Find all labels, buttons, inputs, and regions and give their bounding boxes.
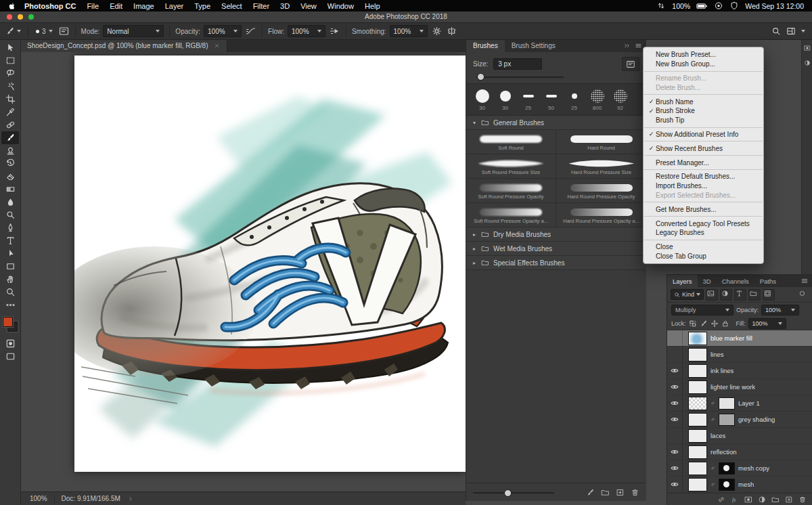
lock-position-icon[interactable] xyxy=(710,320,719,328)
recent-brush[interactable]: 30 xyxy=(472,88,493,111)
smoothing-options-gear-icon[interactable] xyxy=(431,26,443,37)
recent-brush[interactable]: 25 xyxy=(564,88,585,111)
brushes-panel-menu-icon[interactable] xyxy=(635,42,642,49)
menu-item-converted-legacy-tool-presets[interactable]: Converted Legacy Tool Presets xyxy=(644,219,763,228)
layer-name[interactable]: lines xyxy=(710,351,724,358)
layer-row-lines[interactable]: lines xyxy=(667,347,812,363)
delete-brush-button[interactable] xyxy=(631,488,639,497)
new-adjustment-layer-button[interactable] xyxy=(758,496,766,504)
menu-item-import-brushes[interactable]: Import Brushes... xyxy=(644,181,763,191)
layer-thumbnail[interactable] xyxy=(688,413,707,426)
menubar-item-layer[interactable]: Layer xyxy=(160,2,189,10)
layer-row-grey-shading[interactable]: grey shading xyxy=(667,412,812,428)
dodge-tool[interactable] xyxy=(1,208,19,221)
airbrush-icon[interactable] xyxy=(329,26,340,37)
layer-name[interactable]: laces xyxy=(710,432,725,439)
lock-transparency-icon[interactable] xyxy=(689,320,697,328)
brush-size-value[interactable]: 3 px xyxy=(493,58,542,70)
new-group-button[interactable] xyxy=(771,496,780,504)
healing-brush-tool[interactable] xyxy=(1,118,19,131)
layer-thumbnail[interactable] xyxy=(688,380,707,394)
lasso-tool[interactable] xyxy=(1,67,19,80)
marquee-tool[interactable] xyxy=(1,54,19,67)
brush-preset-hard-round-pressure-opacity[interactable]: Hard Round Pressure Opacity xyxy=(556,179,646,203)
brush-preset-hard-round-pressure-opacity-a[interactable]: Hard Round Pressure Opacity a... xyxy=(556,203,646,227)
updown-arrows-icon[interactable] xyxy=(656,1,666,10)
menu-item-new-brush-group[interactable]: New Brush Group... xyxy=(644,60,763,69)
menubar-item-3d[interactable]: 3D xyxy=(275,2,295,10)
shape-tool[interactable] xyxy=(1,260,19,273)
collapsed-panel-icon[interactable] xyxy=(804,45,811,51)
delete-layer-button[interactable] xyxy=(798,496,807,504)
pressure-opacity-icon[interactable] xyxy=(245,26,256,37)
menubar-app-name[interactable]: Photoshop CC xyxy=(23,2,81,10)
eyedropper-tool[interactable] xyxy=(1,106,19,118)
layer-thumbnail[interactable] xyxy=(688,348,707,361)
layer-row-reflection[interactable]: reflection xyxy=(667,444,812,460)
apple-menu-icon[interactable] xyxy=(8,1,16,10)
add-layer-mask-button[interactable] xyxy=(744,496,752,504)
menu-item-close-tab-group[interactable]: Close Tab Group xyxy=(644,252,763,261)
recent-brush[interactable]: 92 xyxy=(610,88,631,111)
brush-preset-soft-round-pressure-opacity[interactable]: Soft Round Pressure Opacity xyxy=(466,179,556,203)
brush-tool[interactable] xyxy=(1,131,19,144)
canvas-area[interactable] xyxy=(20,52,466,491)
layer-thumbnail[interactable] xyxy=(688,478,707,491)
slider-thumb[interactable] xyxy=(477,73,484,81)
layer-row-blue-marker-fill[interactable]: blue marker fill xyxy=(667,330,812,347)
filter-smart-object-button[interactable] xyxy=(763,289,775,301)
collapsed-panel-icon[interactable] xyxy=(804,60,811,66)
menubar-item-select[interactable]: Select xyxy=(216,2,248,10)
layer-name[interactable]: mesh copy xyxy=(738,464,769,472)
layer-visibility-toggle[interactable] xyxy=(667,330,683,346)
layer-name[interactable]: reflection xyxy=(710,448,737,456)
menu-item-restore-default-brushes[interactable]: Restore Default Brushes... xyxy=(644,172,763,181)
brush-size-slider[interactable] xyxy=(476,73,637,81)
layer-thumbnail[interactable] xyxy=(688,397,707,410)
filter-toggle-button[interactable] xyxy=(798,290,809,300)
new-brush-group-button[interactable] xyxy=(601,488,610,497)
filter-adjustment-layers-button[interactable] xyxy=(720,289,732,301)
layer-thumbnail[interactable] xyxy=(688,445,707,459)
layer-visibility-toggle[interactable] xyxy=(667,412,683,427)
fill-select[interactable]: 100% xyxy=(748,318,786,329)
menu-item-get-more-brushes[interactable]: Get More Brushes... xyxy=(644,204,763,214)
layer-row-layer-1[interactable]: Layer 1 xyxy=(667,395,812,412)
document-tab[interactable]: ShoeDesign_Concept.psd @ 100% (blue mark… xyxy=(20,39,227,52)
new-brush-button[interactable] xyxy=(616,488,625,497)
zoom-tool[interactable] xyxy=(1,286,19,299)
menu-item-preset-manager[interactable]: Preset Manager... xyxy=(644,158,763,167)
quick-mask-button[interactable] xyxy=(1,337,19,350)
brush-group-dry-media-brushes[interactable]: ▸Dry Media Brushes xyxy=(466,227,646,242)
layer-visibility-toggle[interactable] xyxy=(667,428,683,443)
hand-tool[interactable] xyxy=(1,273,19,286)
menu-item-legacy-brushes[interactable]: Legacy Brushes xyxy=(644,228,763,238)
collapse-panel-icon[interactable] xyxy=(623,42,631,49)
foreground-color-swatch[interactable] xyxy=(3,317,13,327)
path-selection-tool[interactable] xyxy=(1,247,19,260)
filter-pixel-layers-button[interactable] xyxy=(706,289,718,301)
creative-cloud-icon[interactable] xyxy=(714,1,723,10)
tab-brushes[interactable]: Brushes xyxy=(466,39,505,52)
menu-item-close[interactable]: Close xyxy=(644,242,763,252)
blur-tool[interactable] xyxy=(1,196,19,208)
layer-row-mesh-copy[interactable]: mesh copy xyxy=(667,460,812,477)
edit-toolbar[interactable] xyxy=(1,299,19,311)
layer-row-ink-lines[interactable]: ink lines xyxy=(667,363,812,379)
layer-thumbnail[interactable] xyxy=(688,462,707,475)
clone-stamp-tool[interactable] xyxy=(1,144,19,157)
blend-mode-select[interactable]: Multiply xyxy=(671,305,734,315)
layer-visibility-toggle[interactable] xyxy=(667,444,683,460)
layer-row-lighter-line-work[interactable]: lighter line work xyxy=(667,379,812,395)
menubar-item-edit[interactable]: Edit xyxy=(104,2,128,10)
slider-thumb[interactable] xyxy=(504,489,512,497)
layer-name[interactable]: grey shading xyxy=(738,416,775,423)
lock-pixels-icon[interactable] xyxy=(700,320,708,328)
layer-thumbnail[interactable] xyxy=(688,429,707,443)
filter-type-layers-button[interactable] xyxy=(734,289,746,301)
document-canvas[interactable] xyxy=(74,56,466,472)
layer-row-mesh[interactable]: mesh xyxy=(667,477,812,493)
brush-preset-picker[interactable]: 3 xyxy=(34,28,55,35)
toggle-brushes-panel-icon[interactable] xyxy=(58,26,70,37)
layer-thumbnail[interactable] xyxy=(688,364,707,378)
